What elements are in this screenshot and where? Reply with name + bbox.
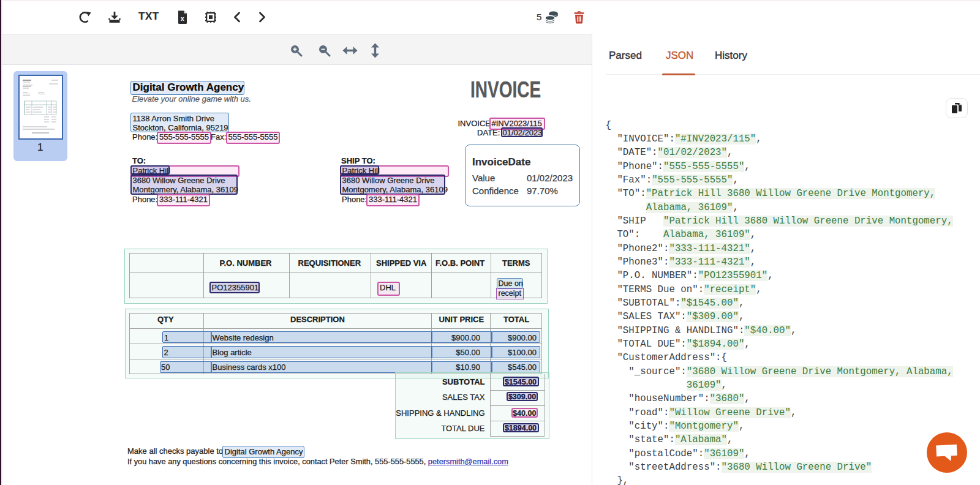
svg-text:x: x [181, 15, 184, 22]
